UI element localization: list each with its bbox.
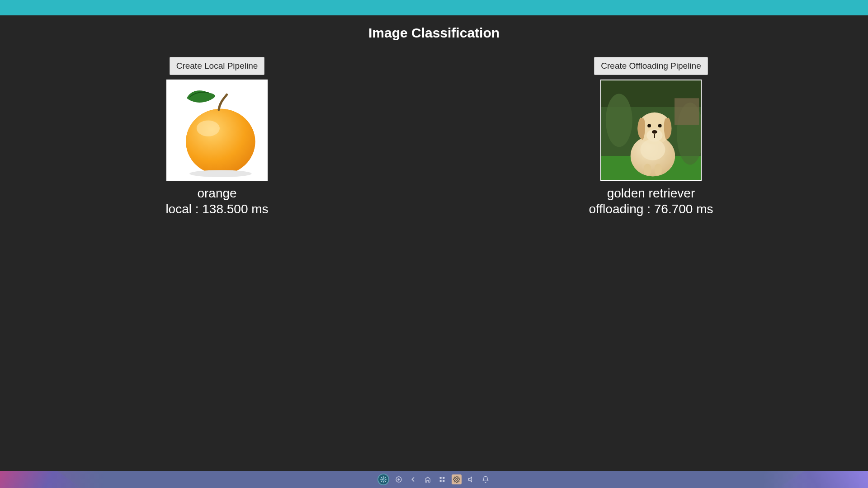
offloading-input-image	[600, 80, 702, 181]
svg-point-17	[652, 130, 657, 134]
notifications-icon[interactable]	[481, 474, 491, 484]
taskbar-decor-right	[778, 471, 868, 488]
system-taskbar	[0, 471, 868, 488]
create-local-pipeline-button[interactable]: Create Local Pipeline	[170, 57, 265, 75]
svg-point-8	[606, 94, 632, 147]
offloading-class-label: golden retriever	[607, 185, 695, 201]
volume-icon[interactable]	[466, 474, 476, 484]
svg-rect-10	[675, 98, 699, 125]
svg-rect-25	[440, 480, 442, 482]
local-panel: Create Local Pipeline orange local : 138…	[108, 57, 326, 217]
svg-point-4	[189, 170, 252, 177]
window-title-bar	[0, 0, 868, 15]
offloading-timing-label: offloading : 76.700 ms	[589, 201, 713, 217]
apps-icon[interactable]	[437, 474, 447, 484]
back-icon[interactable]	[408, 474, 418, 484]
svg-rect-26	[443, 480, 444, 482]
svg-point-3	[197, 120, 220, 136]
svg-point-27	[456, 479, 458, 480]
local-input-image	[166, 80, 268, 181]
page-title: Image Classification	[0, 25, 868, 41]
local-class-label: orange	[197, 185, 236, 201]
system-logo-icon[interactable]	[377, 474, 389, 485]
create-offloading-pipeline-button[interactable]: Create Offloading Pipeline	[594, 57, 708, 75]
orange-image-icon	[167, 80, 267, 181]
svg-point-2	[186, 109, 255, 174]
dog-image-icon	[601, 80, 701, 181]
add-icon[interactable]	[394, 474, 404, 484]
svg-point-19	[658, 124, 662, 127]
taskbar-icons	[377, 474, 491, 485]
settings-icon[interactable]	[452, 474, 462, 484]
svg-rect-14	[655, 164, 662, 176]
svg-rect-23	[440, 477, 442, 479]
svg-point-21	[383, 479, 384, 480]
svg-rect-13	[644, 164, 651, 176]
svg-point-20	[640, 139, 665, 160]
taskbar-decor-left	[0, 471, 81, 488]
svg-point-18	[647, 124, 651, 127]
svg-rect-24	[443, 477, 444, 479]
offloading-panel: Create Offloading Pipeline	[542, 57, 760, 217]
home-icon[interactable]	[423, 474, 433, 484]
local-timing-label: local : 138.500 ms	[165, 201, 268, 217]
